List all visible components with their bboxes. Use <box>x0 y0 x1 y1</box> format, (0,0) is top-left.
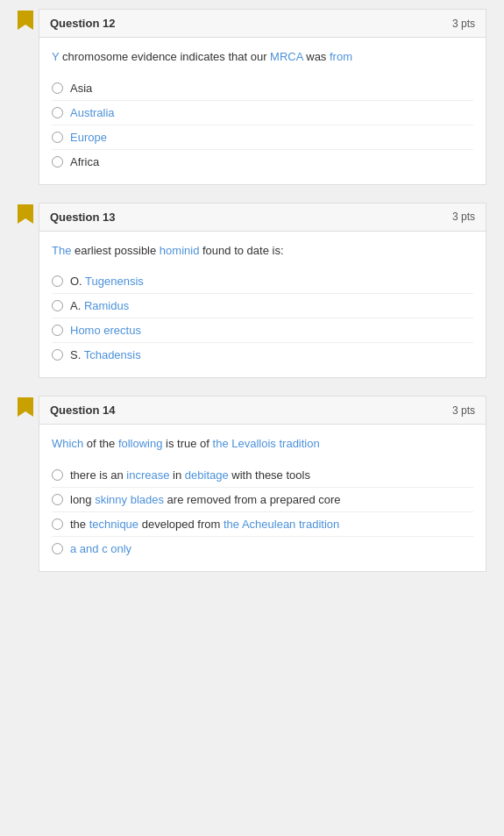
question-12-pts: 3 pts <box>452 18 475 30</box>
question-12-body: Y chromosome evidence indicates that our… <box>39 38 486 184</box>
question-14-block: Question 14 3 pts Which of the following… <box>18 396 486 572</box>
option-item[interactable]: Homo erectus <box>52 318 473 342</box>
option-item[interactable]: S. Tchadensis <box>52 342 473 367</box>
question-14-header: Question 14 3 pts <box>39 397 486 425</box>
radio-button[interactable] <box>52 518 63 530</box>
radio-button[interactable] <box>52 132 63 143</box>
option-label: O. Tugenensis <box>70 275 144 288</box>
radio-button[interactable] <box>52 156 63 168</box>
question-14-pts: 3 pts <box>452 404 475 417</box>
radio-button[interactable] <box>52 494 63 505</box>
bookmark-icon <box>18 204 33 224</box>
option-item[interactable]: the technique developed from the Acheule… <box>52 511 473 536</box>
page-wrapper: Question 12 3 pts Y chromosome evidence … <box>0 0 504 598</box>
radio-button[interactable] <box>52 107 63 118</box>
option-item[interactable]: A. Ramidus <box>52 293 473 318</box>
question-14-card: Question 14 3 pts Which of the following… <box>39 396 486 572</box>
option-label: A. Ramidus <box>70 299 129 312</box>
question-12-text: Y chromosome evidence indicates that our… <box>52 48 473 66</box>
option-item[interactable]: Africa <box>52 149 473 174</box>
question-14-options: there is an increase in debitage with th… <box>52 463 473 561</box>
svg-marker-0 <box>18 11 33 30</box>
question-14-title: Question 14 <box>50 404 115 417</box>
radio-button[interactable] <box>52 275 63 287</box>
question-12-card: Question 12 3 pts Y chromosome evidence … <box>39 9 486 185</box>
question-13-options: O. Tugenensis A. Ramidus Homo erectus <box>52 269 473 367</box>
radio-button[interactable] <box>52 543 63 554</box>
option-item[interactable]: long skinny blades are removed from a pr… <box>52 487 473 511</box>
radio-button[interactable] <box>52 82 63 94</box>
option-item[interactable]: Europe <box>52 125 473 149</box>
bookmark-icon <box>18 397 33 417</box>
option-label: the technique developed from the Acheule… <box>70 518 339 531</box>
question-13-pts: 3 pts <box>452 211 475 223</box>
question-12-title: Question 12 <box>50 17 115 30</box>
option-label: a and c only <box>70 542 131 555</box>
radio-button[interactable] <box>52 469 63 481</box>
svg-marker-2 <box>18 397 33 417</box>
question-14-body: Which of the following is true of the Le… <box>39 425 486 571</box>
option-item[interactable]: a and c only <box>52 536 473 561</box>
option-label: Europe <box>70 131 107 144</box>
question-14-text: Which of the following is true of the Le… <box>52 435 473 453</box>
svg-marker-1 <box>18 204 33 224</box>
question-12-header: Question 12 3 pts <box>39 10 486 38</box>
question-13-title: Question 13 <box>50 211 115 224</box>
question-13-block: Question 13 3 pts The earliest possible … <box>18 203 486 379</box>
question-13-header: Question 13 3 pts <box>39 204 486 232</box>
radio-button[interactable] <box>52 325 63 336</box>
radio-button[interactable] <box>52 349 63 361</box>
bookmark-icon <box>18 11 33 30</box>
option-label: S. Tchadensis <box>70 348 141 361</box>
question-13-body: The earliest possible hominid found to d… <box>39 232 486 378</box>
option-label: long skinny blades are removed from a pr… <box>70 493 341 506</box>
question-12-options: Asia Australia Europe Africa <box>52 76 473 174</box>
option-label: there is an increase in debitage with th… <box>70 468 310 482</box>
option-item[interactable]: O. Tugenensis <box>52 269 473 293</box>
option-label: Asia <box>70 82 92 95</box>
radio-button[interactable] <box>52 300 63 311</box>
option-item[interactable]: Australia <box>52 100 473 125</box>
question-13-text: The earliest possible hominid found to d… <box>52 242 473 260</box>
question-12-block: Question 12 3 pts Y chromosome evidence … <box>18 9 486 185</box>
option-label: Australia <box>70 106 115 119</box>
question-13-card: Question 13 3 pts The earliest possible … <box>39 203 486 379</box>
option-label: Africa <box>70 155 99 168</box>
option-item[interactable]: there is an increase in debitage with th… <box>52 463 473 487</box>
option-item[interactable]: Asia <box>52 76 473 100</box>
option-label: Homo erectus <box>70 324 141 337</box>
